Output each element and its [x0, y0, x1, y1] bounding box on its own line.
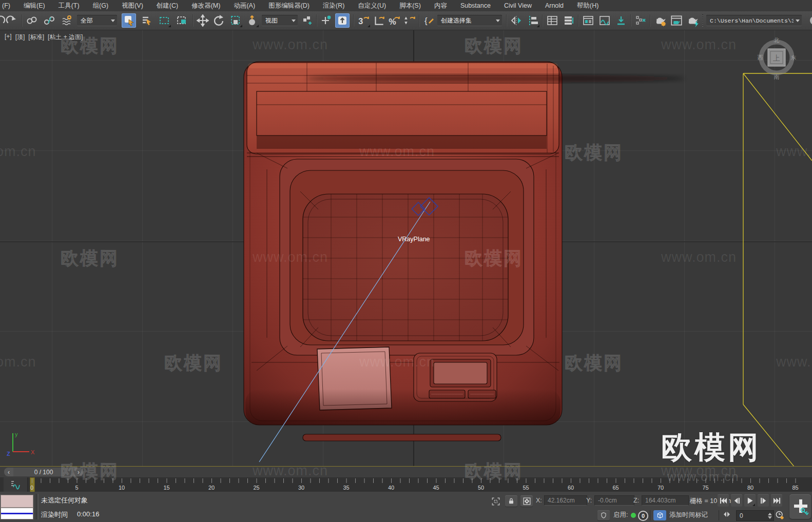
schematic-view-icon[interactable] — [614, 13, 628, 28]
render-setup-icon[interactable] — [653, 13, 667, 28]
toolbar-separator — [630, 14, 631, 27]
select-by-name-icon[interactable] — [140, 13, 154, 28]
menu-item[interactable]: (F) — [0, 2, 17, 9]
toggle-ribbon-icon[interactable] — [581, 13, 595, 28]
viewport-menu-shading[interactable]: [粘土 + 边面] — [48, 33, 83, 42]
reference-coordinate-dropdown[interactable]: 视图 — [262, 15, 298, 26]
go-to-start-button[interactable] — [718, 494, 729, 507]
timeline-label: 40 — [388, 485, 394, 491]
go-to-end-button[interactable] — [771, 494, 782, 507]
track-bar[interactable]: ‹ 0 / 100 › — [0, 466, 812, 478]
time-configuration-button[interactable] — [773, 509, 786, 521]
bind-to-space-warp-icon[interactable] — [60, 13, 74, 28]
edit-named-selection-sets-icon[interactable]: { — [422, 13, 436, 28]
menu-item[interactable]: 图形编辑器(D) — [262, 2, 316, 10]
toolbar-separator — [353, 14, 354, 27]
viewport-menu-pov[interactable]: [顶] — [15, 33, 25, 42]
viewport-menu-general[interactable]: [+] — [5, 33, 12, 42]
redo-icon[interactable] — [4, 13, 18, 28]
snap-toggle-3d-icon[interactable]: 3 — [356, 13, 371, 28]
toggle-scene-explorer-icon[interactable] — [545, 13, 559, 28]
percent-snap-toggle-icon[interactable]: % — [387, 13, 401, 28]
axis-y-label: y — [15, 431, 18, 437]
spinner-snap-toggle-icon[interactable] — [402, 13, 417, 28]
time-slider-ruler[interactable]: 0510152025303540455055606570758085 — [0, 477, 812, 492]
toggle-layer-explorer-icon[interactable] — [562, 13, 576, 28]
menu-item[interactable]: 脚本(S) — [393, 2, 428, 10]
selection-lock-toggle[interactable] — [505, 495, 517, 507]
maxscript-listener-macro-line[interactable] — [1, 495, 33, 508]
rectangular-selection-region-icon[interactable] — [157, 13, 171, 28]
absolute-offset-toggle[interactable] — [520, 495, 533, 507]
zero-badge[interactable]: 0 — [638, 511, 648, 521]
selection-region-brackets-icon[interactable] — [490, 496, 502, 507]
maxscript-listener-script-line[interactable] — [1, 508, 33, 519]
previous-frame-arrow[interactable]: ‹ — [4, 468, 13, 476]
menubar: (F)编辑(E)工具(T)组(G)视图(V)创建(C)修改器(M)动画(A)图形… — [0, 0, 812, 11]
select-and-move-icon[interactable] — [196, 13, 210, 28]
timeline-label: 10 — [119, 485, 125, 491]
x-coordinate-field[interactable]: 42.162cm — [544, 495, 587, 506]
named-selection-set-dropdown[interactable]: 创建选择集 — [437, 15, 502, 26]
next-frame-arrow[interactable]: › — [74, 468, 83, 476]
timeline-label: 30 — [298, 485, 304, 491]
menu-item[interactable]: 创建(C) — [150, 2, 185, 10]
selection-filter-dropdown[interactable]: 全部 — [77, 15, 117, 26]
next-frame-button[interactable] — [758, 494, 769, 507]
menu-item[interactable]: Substance — [454, 2, 497, 9]
toolbar-separator — [578, 14, 579, 27]
mirror-icon[interactable] — [509, 13, 524, 28]
project-folder-dropdown[interactable]: C:\Users\Han\Documents\3ds Max 2022 — [706, 15, 802, 26]
menu-item[interactable]: 渲染(R) — [316, 2, 351, 10]
menu-item[interactable]: Arnold — [538, 2, 570, 9]
current-frame-field[interactable]: 0 — [736, 510, 774, 521]
select-and-manipulate-icon[interactable] — [319, 13, 333, 28]
object-name-label: VRayPlane — [398, 236, 430, 243]
select-and-scale-icon[interactable] — [228, 13, 243, 28]
menu-item[interactable]: 编辑(E) — [17, 2, 52, 10]
menu-item[interactable]: 工具(T) — [52, 2, 86, 10]
z-coordinate-field[interactable]: 164.403cm — [642, 495, 689, 506]
y-coordinate-field[interactable]: -0.0cm — [594, 495, 634, 506]
viewport-top[interactable]: ​ VRayPlane y X Z 上 北 南 — [0, 30, 812, 466]
window-crossing-toggle-icon[interactable] — [175, 13, 189, 28]
add-time-tag-label[interactable]: 添加时间标记 — [669, 511, 708, 519]
adaptive-degradation-shield-icon[interactable] — [597, 510, 610, 520]
select-and-place-icon[interactable] — [245, 13, 259, 28]
timeline-label: 55 — [523, 485, 529, 491]
status-separator — [719, 510, 719, 520]
select-object-button[interactable] — [122, 13, 136, 28]
render-production-icon[interactable] — [686, 13, 700, 28]
isolate-selection-icon[interactable] — [633, 13, 648, 28]
unlink-selection-icon[interactable] — [42, 13, 56, 28]
rendered-frame-window-icon[interactable] — [669, 13, 684, 28]
listener-splitter[interactable] — [36, 494, 38, 519]
align-icon[interactable] — [526, 13, 540, 28]
z-coordinate-label: Z: — [633, 497, 639, 504]
timeline-label: 35 — [343, 485, 349, 491]
isolate-cube-button[interactable] — [653, 510, 666, 520]
menu-item[interactable]: 修改器(M) — [185, 2, 227, 10]
select-and-rotate-icon[interactable] — [212, 13, 226, 28]
play-animation-button[interactable] — [744, 494, 756, 507]
curve-editor-icon[interactable] — [597, 13, 612, 28]
menu-item[interactable]: 帮助(H) — [570, 2, 605, 10]
clipped-toolbar-icon[interactable] — [804, 13, 812, 28]
frame-counter[interactable]: 0 / 100 — [13, 468, 74, 476]
menu-item[interactable]: 内容 — [428, 2, 454, 10]
add-create-key-button[interactable] — [789, 494, 811, 519]
menu-item[interactable]: 组(G) — [86, 2, 115, 10]
mini-curve-toggle[interactable] — [4, 477, 28, 492]
keyboard-shortcut-override-toggle[interactable] — [335, 13, 350, 28]
timeline-label: 70 — [658, 485, 664, 491]
menu-item[interactable]: 自定义(U) — [351, 2, 393, 10]
angle-snap-toggle-icon[interactable] — [372, 13, 386, 28]
menu-item[interactable]: 动画(A) — [227, 2, 262, 10]
key-mode-toggle[interactable] — [724, 512, 730, 517]
menu-item[interactable]: Civil View — [497, 2, 538, 9]
previous-frame-button[interactable] — [731, 494, 742, 507]
menu-item[interactable]: 视图(V) — [115, 2, 150, 10]
use-pivot-center-icon[interactable] — [300, 13, 315, 28]
select-and-link-icon[interactable] — [25, 13, 39, 28]
viewport-menu-standard[interactable]: [标准] — [28, 33, 44, 42]
